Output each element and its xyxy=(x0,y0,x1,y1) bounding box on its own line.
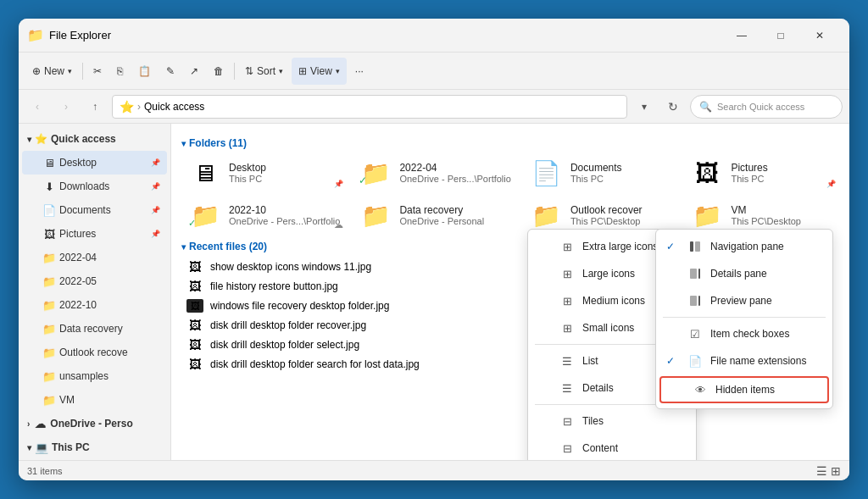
sidebar-item-downloads[interactable]: ⬇ Downloads 📌 xyxy=(22,175,167,198)
tiles-label: Tiles xyxy=(582,415,604,427)
folder-documents[interactable]: 📄 Documents This PC xyxy=(523,154,679,191)
more-button[interactable]: ··· xyxy=(348,58,370,85)
sort-button[interactable]: ⇅ Sort ▾ xyxy=(238,58,290,85)
sidebar-unsamples-label: unsamples xyxy=(59,370,108,382)
sidebar-item-documents[interactable]: 📄 Documents 📌 xyxy=(22,198,167,222)
chevron-down-icon: ▾ xyxy=(181,242,186,252)
sort-icon: ⇅ xyxy=(245,65,253,77)
recent-icon-5: 🖼 xyxy=(186,338,203,352)
small-icons-icon: ⊞ xyxy=(560,321,574,335)
window-title: File Explorer xyxy=(49,29,715,42)
address-path[interactable]: ⭐ › Quick access xyxy=(112,95,627,119)
folder-2022-04-icon: 📁 ✓ xyxy=(359,159,392,186)
list-icon: ☰ xyxy=(560,354,574,368)
menu-preview-pane[interactable]: Preview pane xyxy=(656,287,832,314)
folder-2022-04[interactable]: 📁 ✓ 2022-04 OneDrive - Pers...\Portfolio xyxy=(352,154,517,191)
menu-details-pane[interactable]: Details pane xyxy=(656,260,832,287)
sidebar-item-vm[interactable]: 📁 VM xyxy=(22,388,167,412)
close-button[interactable]: ✕ xyxy=(800,22,839,49)
large-icons-label: Large icons xyxy=(582,268,635,280)
status-count: 31 items xyxy=(27,466,63,476)
pictures-folder-info: Pictures This PC xyxy=(731,162,832,184)
desktop-folder-info: Desktop This PC xyxy=(229,162,340,184)
sidebar-item-unsamples[interactable]: 📁 unsamples xyxy=(22,364,167,388)
sidebar-item-desktop[interactable]: 🖥 Desktop 📌 xyxy=(22,151,167,175)
thispc-header[interactable]: ▾ 💻 This PC xyxy=(22,435,167,459)
list-view-button[interactable]: ☰ xyxy=(816,464,827,478)
sidebar-item-2022-10[interactable]: 📁 2022-10 xyxy=(22,293,167,317)
search-placeholder: Search Quick access xyxy=(717,102,804,112)
content-area: ▾ ⭐ Quick access 🖥 Desktop 📌 ⬇ Downloads… xyxy=(19,124,849,460)
folder-data-recovery[interactable]: 📁 Data recovery OneDrive - Personal xyxy=(352,197,517,234)
folder-pictures[interactable]: 🖼 Pictures This PC 📌 xyxy=(683,154,839,191)
sidebar-desktop-label: Desktop xyxy=(59,157,97,169)
hidden-items-label: Hidden items xyxy=(715,384,775,396)
menu-content[interactable]: ⊟ Content xyxy=(528,435,696,460)
sidebar-data-recovery-label: Data recovery xyxy=(59,323,123,335)
hidden-items-icon: 👁 xyxy=(693,383,707,396)
cut-button[interactable]: ✂ xyxy=(86,58,108,85)
minimize-button[interactable]: — xyxy=(722,22,761,49)
app-icon: 📁 xyxy=(29,29,42,42)
dropdown-button[interactable]: ▾ xyxy=(632,95,656,119)
share-button[interactable]: ↗ xyxy=(183,58,205,85)
folder-icon: 📁 xyxy=(42,299,56,312)
pin-icon: 📌 xyxy=(151,158,160,167)
onedrive-header[interactable]: › ☁ OneDrive - Perso xyxy=(22,412,167,435)
rename-button[interactable]: ✎ xyxy=(159,58,181,85)
data-recovery-info: Data recovery OneDrive - Personal xyxy=(399,204,510,226)
paste-button[interactable]: 📋 xyxy=(131,58,158,85)
quick-access-header[interactable]: ▾ ⭐ Quick access xyxy=(22,127,167,151)
thispc-label: This PC xyxy=(52,441,90,453)
medium-icons-icon: ⊞ xyxy=(560,294,574,308)
folder-2022-10-info: 2022-10 OneDrive - Pers...\Portfolio xyxy=(229,204,340,226)
svg-rect-4 xyxy=(690,296,697,306)
chevron-down-icon: ▾ xyxy=(27,443,31,452)
paste-icon: 📋 xyxy=(138,65,151,77)
folders-section-header: ▾ Folders (11) xyxy=(181,137,839,149)
share-icon: ↗ xyxy=(190,65,198,77)
menu-tiles[interactable]: ⊟ Tiles xyxy=(528,408,696,435)
file-ext-icon: 📄 xyxy=(688,354,702,368)
status-bar: 31 items ☰ ⊞ xyxy=(19,460,849,480)
up-button[interactable]: ↑ xyxy=(83,95,107,119)
view-button[interactable]: ⊞ View ▾ xyxy=(292,58,347,85)
vm-folder-info: VM This PC\Desktop xyxy=(731,204,832,226)
search-box[interactable]: 🔍 Search Quick access xyxy=(690,95,843,119)
grid-view-button[interactable]: ⊞ xyxy=(831,464,841,478)
check-icon: ✓ xyxy=(666,355,680,367)
search-icon: 🔍 xyxy=(699,101,712,113)
show-submenu[interactable]: ✓ Navigation pane xyxy=(655,229,833,409)
new-arrow-icon: ▾ xyxy=(68,67,72,75)
maximize-button[interactable]: □ xyxy=(761,22,800,49)
menu-navigation-pane[interactable]: ✓ Navigation pane xyxy=(656,233,832,260)
menu-hidden-items[interactable]: 👁 Hidden items xyxy=(659,376,829,403)
new-button[interactable]: ⊕ New ▾ xyxy=(25,58,79,85)
details-pane-icon xyxy=(688,267,702,280)
pin-icon: 📌 xyxy=(151,230,160,238)
sidebar-item-outlook-recover[interactable]: 📁 Outlook recove xyxy=(22,341,167,364)
forward-button[interactable]: › xyxy=(54,95,78,119)
path-separator: › xyxy=(137,101,141,113)
folder-desktop[interactable]: 🖥 Desktop This PC 📌 xyxy=(181,154,347,191)
extra-large-label: Extra large icons xyxy=(582,241,658,252)
folder-2022-10[interactable]: 📁 ✓ 2022-10 OneDrive - Pers...\Portfolio… xyxy=(181,197,347,234)
copy-button[interactable]: ⎘ xyxy=(110,58,130,85)
back-button[interactable]: ‹ xyxy=(25,95,49,119)
file-name-extensions-label: File name extensions xyxy=(710,355,806,367)
content-label: Content xyxy=(582,442,618,454)
sidebar-item-2022-04[interactable]: 📁 2022-04 xyxy=(22,246,167,269)
recent-icon-6: 🖼 xyxy=(186,358,203,371)
pin-icon: 📌 xyxy=(151,206,160,214)
delete-button[interactable]: 🗑 xyxy=(207,58,231,85)
menu-item-check-boxes[interactable]: ☑ Item check boxes xyxy=(656,320,832,347)
refresh-button[interactable]: ↻ xyxy=(661,95,685,119)
sidebar-item-pictures[interactable]: 🖼 Pictures 📌 xyxy=(22,222,167,246)
pictures-folder-icon: 🖼 xyxy=(690,159,724,186)
documents-folder-icon: 📄 xyxy=(530,159,564,186)
sidebar-item-data-recovery[interactable]: 📁 Data recovery xyxy=(22,317,167,341)
menu-file-name-extensions[interactable]: ✓ 📄 File name extensions xyxy=(656,347,832,374)
sidebar-item-2022-05[interactable]: 📁 2022-05 xyxy=(22,269,167,293)
outlook-recover-icon: 📁 xyxy=(530,202,564,229)
address-bar: ‹ › ↑ ⭐ › Quick access ▾ ↻ 🔍 Search Quic… xyxy=(19,90,849,124)
